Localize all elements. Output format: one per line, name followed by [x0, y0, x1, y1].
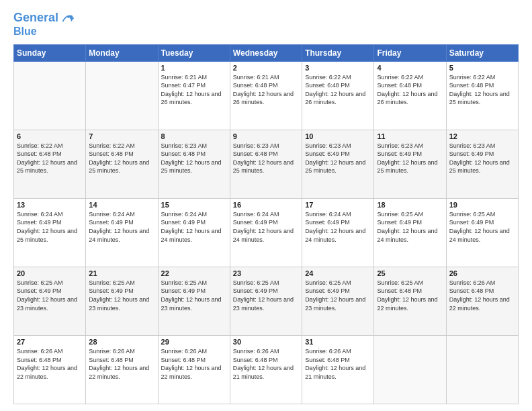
- day-daylight: Daylight: 12 hours and 25 minutes.: [17, 228, 77, 243]
- day-number: 29: [161, 338, 227, 346]
- day-number: 6: [17, 132, 83, 140]
- day-number: 17: [305, 201, 371, 209]
- header: General Blue: [13, 11, 519, 38]
- day-sunrise: Sunrise: 6:24 AM: [305, 211, 351, 218]
- day-sunrise: Sunrise: 6:21 AM: [233, 74, 279, 81]
- calendar-cell: 29 Sunrise: 6:26 AM Sunset: 6:48 PM Dayl…: [158, 335, 230, 404]
- day-sunrise: Sunrise: 6:22 AM: [305, 74, 351, 81]
- day-sunrise: Sunrise: 6:23 AM: [449, 142, 496, 149]
- calendar-cell: 16 Sunrise: 6:24 AM Sunset: 6:49 PM Dayl…: [230, 198, 302, 267]
- day-number: 7: [89, 132, 154, 140]
- col-friday: Friday: [374, 44, 446, 61]
- day-number: 15: [161, 201, 227, 209]
- day-sunrise: Sunrise: 6:23 AM: [233, 142, 279, 149]
- col-thursday: Thursday: [302, 44, 374, 61]
- calendar-cell: 26 Sunrise: 6:26 AM Sunset: 6:48 PM Dayl…: [446, 267, 518, 335]
- logo: General Blue: [13, 11, 75, 38]
- day-number: 26: [449, 269, 515, 277]
- day-sunset: Sunset: 6:48 PM: [305, 357, 350, 363]
- day-sunset: Sunset: 6:48 PM: [377, 82, 422, 89]
- day-daylight: Daylight: 12 hours and 25 minutes.: [17, 159, 77, 175]
- day-sunrise: Sunrise: 6:23 AM: [161, 142, 208, 149]
- day-sunrise: Sunrise: 6:22 AM: [17, 142, 63, 149]
- day-sunset: Sunset: 6:49 PM: [233, 287, 278, 294]
- calendar-cell: 28 Sunrise: 6:26 AM Sunset: 6:48 PM Dayl…: [86, 335, 158, 404]
- day-sunrise: Sunrise: 6:24 AM: [17, 211, 63, 218]
- calendar-cell: 2 Sunrise: 6:21 AM Sunset: 6:48 PM Dayli…: [230, 61, 302, 130]
- calendar-cell: 12 Sunrise: 6:23 AM Sunset: 6:49 PM Dayl…: [446, 130, 518, 198]
- calendar-cell: [14, 61, 86, 130]
- day-daylight: Daylight: 12 hours and 25 minutes.: [449, 159, 510, 175]
- calendar-cell: 14 Sunrise: 6:24 AM Sunset: 6:49 PM Dayl…: [86, 198, 158, 267]
- day-sunrise: Sunrise: 6:24 AM: [161, 211, 208, 218]
- day-sunrise: Sunrise: 6:26 AM: [17, 348, 63, 355]
- day-sunset: Sunset: 6:48 PM: [305, 82, 350, 89]
- day-sunrise: Sunrise: 6:22 AM: [377, 74, 423, 81]
- calendar-cell: 10 Sunrise: 6:23 AM Sunset: 6:49 PM Dayl…: [302, 130, 374, 198]
- day-daylight: Daylight: 12 hours and 23 minutes.: [233, 296, 294, 312]
- calendar-cell: 18 Sunrise: 6:25 AM Sunset: 6:49 PM Dayl…: [374, 198, 446, 267]
- day-daylight: Daylight: 12 hours and 23 minutes.: [17, 296, 77, 312]
- day-sunset: Sunset: 6:48 PM: [89, 357, 134, 363]
- day-sunset: Sunset: 6:48 PM: [17, 150, 62, 157]
- calendar-cell: 1 Sunrise: 6:21 AM Sunset: 6:47 PM Dayli…: [158, 61, 230, 130]
- day-sunset: Sunset: 6:48 PM: [449, 287, 494, 294]
- day-sunrise: Sunrise: 6:26 AM: [233, 348, 279, 355]
- col-sunday: Sunday: [14, 44, 86, 61]
- day-daylight: Daylight: 12 hours and 24 minutes.: [377, 228, 437, 243]
- day-number: 5: [449, 64, 515, 72]
- day-daylight: Daylight: 12 hours and 25 minutes.: [305, 159, 365, 175]
- day-sunset: Sunset: 6:49 PM: [305, 150, 350, 157]
- day-daylight: Daylight: 12 hours and 25 minutes.: [161, 159, 222, 175]
- day-daylight: Daylight: 12 hours and 24 minutes.: [161, 228, 222, 243]
- calendar-week-row: 1 Sunrise: 6:21 AM Sunset: 6:47 PM Dayli…: [14, 61, 519, 130]
- day-sunset: Sunset: 6:49 PM: [161, 219, 206, 226]
- day-daylight: Daylight: 12 hours and 26 minutes.: [305, 91, 365, 106]
- calendar-cell: 24 Sunrise: 6:25 AM Sunset: 6:49 PM Dayl…: [302, 267, 374, 335]
- day-sunset: Sunset: 6:48 PM: [17, 357, 62, 363]
- day-daylight: Daylight: 12 hours and 21 minutes.: [233, 365, 294, 380]
- day-sunset: Sunset: 6:49 PM: [377, 219, 422, 226]
- day-sunrise: Sunrise: 6:24 AM: [89, 211, 135, 218]
- day-sunrise: Sunrise: 6:25 AM: [377, 211, 423, 218]
- day-daylight: Daylight: 12 hours and 25 minutes.: [377, 159, 437, 175]
- calendar-cell: [86, 61, 158, 130]
- day-sunset: Sunset: 6:48 PM: [89, 150, 134, 157]
- calendar-week-row: 27 Sunrise: 6:26 AM Sunset: 6:48 PM Dayl…: [14, 335, 519, 404]
- logo-text-blue: Blue: [13, 26, 37, 38]
- day-number: 10: [305, 132, 371, 140]
- calendar-table: Sunday Monday Tuesday Wednesday Thursday…: [13, 44, 519, 404]
- day-sunset: Sunset: 6:49 PM: [17, 287, 62, 294]
- calendar-cell: 3 Sunrise: 6:22 AM Sunset: 6:48 PM Dayli…: [302, 61, 374, 130]
- day-sunset: Sunset: 6:49 PM: [377, 150, 422, 157]
- day-sunset: Sunset: 6:49 PM: [305, 287, 350, 294]
- day-daylight: Daylight: 12 hours and 22 minutes.: [377, 296, 437, 312]
- calendar-cell: 17 Sunrise: 6:24 AM Sunset: 6:49 PM Dayl…: [302, 198, 374, 267]
- day-daylight: Daylight: 12 hours and 22 minutes.: [449, 296, 510, 312]
- col-saturday: Saturday: [446, 44, 518, 61]
- day-sunset: Sunset: 6:48 PM: [233, 357, 278, 363]
- calendar-cell: 11 Sunrise: 6:23 AM Sunset: 6:49 PM Dayl…: [374, 130, 446, 198]
- day-daylight: Daylight: 12 hours and 23 minutes.: [161, 296, 222, 312]
- day-number: 27: [17, 338, 83, 346]
- day-number: 31: [305, 338, 371, 346]
- day-sunrise: Sunrise: 6:26 AM: [305, 348, 351, 355]
- day-number: 11: [377, 132, 443, 140]
- day-number: 1: [161, 64, 227, 72]
- calendar-cell: 5 Sunrise: 6:22 AM Sunset: 6:48 PM Dayli…: [446, 61, 518, 130]
- day-sunset: Sunset: 6:48 PM: [161, 150, 206, 157]
- day-number: 24: [305, 269, 371, 277]
- calendar-header-row: Sunday Monday Tuesday Wednesday Thursday…: [14, 44, 519, 61]
- day-daylight: Daylight: 12 hours and 21 minutes.: [305, 365, 365, 380]
- day-sunset: Sunset: 6:48 PM: [233, 82, 278, 89]
- calendar-cell: 27 Sunrise: 6:26 AM Sunset: 6:48 PM Dayl…: [14, 335, 86, 404]
- day-sunset: Sunset: 6:48 PM: [449, 82, 494, 89]
- day-sunset: Sunset: 6:48 PM: [233, 150, 278, 157]
- day-daylight: Daylight: 12 hours and 22 minutes.: [161, 365, 222, 380]
- day-number: 18: [377, 201, 443, 209]
- calendar-cell: 22 Sunrise: 6:25 AM Sunset: 6:49 PM Dayl…: [158, 267, 230, 335]
- day-number: 12: [449, 132, 515, 140]
- day-daylight: Daylight: 12 hours and 23 minutes.: [305, 296, 365, 312]
- calendar-cell: [374, 335, 446, 404]
- col-monday: Monday: [86, 44, 158, 61]
